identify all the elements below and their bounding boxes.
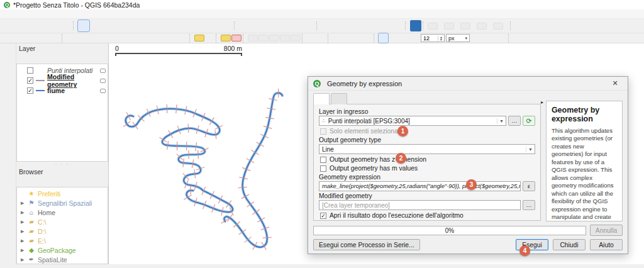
rotate-feature-icon[interactable] (3, 210, 14, 221)
zoom-out-icon[interactable] (114, 20, 125, 31)
expression-builder-button[interactable]: ε (523, 181, 535, 191)
circle-3p-icon[interactable] (3, 97, 14, 108)
toolbar-icon[interactable] (405, 21, 408, 30)
iterate-layer-button[interactable]: ⟳ (523, 116, 535, 126)
toolbar-icon[interactable] (316, 21, 319, 30)
layer-styling-icon[interactable] (19, 53, 28, 63)
output-type-combo[interactable]: Line ▾ (319, 144, 535, 154)
paste-features-icon[interactable] (158, 33, 168, 43)
data-source-manager-icon[interactable] (1, 33, 10, 43)
toolbar-icon[interactable] (280, 20, 286, 31)
toolbar-icon[interactable] (471, 20, 476, 31)
options-gear-icon[interactable] (598, 20, 609, 31)
split-features-icon[interactable] (3, 172, 14, 184)
add-raster-layer-icon[interactable] (21, 33, 30, 43)
m-values-checkbox[interactable] (320, 165, 326, 172)
zoom-to-layer-icon[interactable] (150, 20, 161, 31)
vertex-marker-icon[interactable] (389, 33, 398, 43)
toolbar-icon[interactable] (510, 21, 513, 30)
zoom-full-icon[interactable] (126, 20, 137, 31)
browser-refresh-icon[interactable] (29, 177, 38, 186)
toolbar-icon[interactable] (504, 20, 509, 31)
browser-item-c-drive[interactable]: ▶ ▰ C:\ (17, 217, 108, 226)
style-annotation-icon[interactable] (580, 20, 592, 31)
browser-item-spatialite[interactable]: ▶ ✒ SpatiaLite (17, 255, 108, 264)
zoom-in-icon[interactable] (102, 20, 113, 31)
new-layout-icon[interactable] (48, 20, 60, 31)
no-labels-icon[interactable] (231, 35, 242, 42)
identify-icon[interactable] (239, 20, 250, 31)
layer-checkbox[interactable] (27, 87, 33, 94)
reshape-icon[interactable] (3, 185, 14, 196)
refresh-icon[interactable] (221, 20, 233, 31)
pin-labels-icon[interactable] (221, 35, 231, 42)
zoom-last-icon[interactable] (162, 20, 173, 31)
help-collapse-arrow[interactable]: ▸ (541, 93, 546, 221)
expander-icon[interactable]: ▶ (21, 210, 27, 215)
toolbar-icon[interactable] (216, 34, 219, 43)
toolbar-icon[interactable] (374, 34, 377, 43)
add-vector-layer-icon[interactable] (11, 33, 20, 43)
expand-all-icon[interactable] (79, 53, 89, 63)
new-annotation-icon[interactable] (515, 20, 526, 31)
redo-icon[interactable] (179, 33, 188, 43)
browser-item-home[interactable]: ▶ ⌂ Home (17, 208, 108, 217)
label-show-hide-icon[interactable] (460, 23, 470, 30)
panel-tool-icon[interactable] (69, 53, 79, 63)
browse-input-button[interactable]: … (508, 116, 521, 126)
run-as-batch-button[interactable]: Esegui come Processo in Serie... (313, 239, 420, 250)
project-save-icon[interactable] (25, 20, 36, 31)
expander-icon[interactable]: ▶ (21, 248, 27, 253)
vertex-tool-icon[interactable] (118, 33, 128, 43)
expander-icon[interactable]: ▶ (21, 220, 27, 225)
profile-tool-icon[interactable] (353, 33, 362, 43)
toolbar-icon[interactable] (399, 20, 404, 31)
manage-themes-icon[interactable] (39, 53, 48, 63)
move-label-icon[interactable] (280, 35, 290, 42)
toolbar-icon[interactable] (302, 34, 305, 43)
toolbar-icon[interactable] (243, 34, 246, 43)
layer-diagram-icon[interactable] (205, 33, 214, 43)
select-features-icon[interactable] (269, 20, 280, 31)
chevron-down-icon[interactable]: ▾ (526, 147, 535, 152)
cad-tools-icon[interactable] (3, 59, 14, 70)
browser-item-e-drive[interactable]: ▶ ▰ E:\ (17, 236, 108, 245)
expander-icon[interactable]: ▶ (21, 229, 27, 234)
toolbar-icon[interactable] (189, 34, 192, 43)
toolbar-icon[interactable] (501, 33, 506, 43)
layer-checkbox[interactable] (27, 67, 33, 74)
annotation-icon[interactable] (387, 20, 398, 31)
collapse-all-icon[interactable] (89, 53, 99, 63)
digitize-icon[interactable] (103, 33, 112, 43)
map-tips-icon[interactable] (375, 20, 386, 31)
layer-checkbox[interactable] (27, 77, 33, 84)
toolbar-icon[interactable] (487, 20, 492, 31)
toolbar-icon[interactable] (423, 21, 426, 30)
delete-selected-icon[interactable] (128, 33, 138, 43)
circle-tool-icon[interactable] (3, 72, 14, 83)
label-move-icon[interactable] (477, 23, 487, 30)
metasearch-icon[interactable] (307, 33, 316, 43)
polygon-annotation-icon[interactable] (545, 20, 556, 31)
properties-info-icon[interactable] (59, 177, 69, 186)
layer-item-fiume[interactable]: fiume (17, 86, 108, 96)
project-new-icon[interactable] (1, 20, 12, 31)
add-mesh-layer-icon[interactable] (31, 33, 40, 43)
project-open-icon[interactable] (13, 20, 24, 31)
add-group-icon[interactable] (29, 53, 38, 63)
toggle-editing-icon[interactable] (82, 33, 92, 43)
ellipse-tool-icon[interactable] (3, 109, 14, 121)
add-selected-layers-icon[interactable] (19, 177, 28, 186)
expander-icon[interactable]: ▶ (21, 238, 27, 243)
topology-y-icon[interactable] (471, 33, 480, 43)
toolbar-icon[interactable] (369, 20, 374, 31)
change-label-icon[interactable] (291, 35, 301, 42)
identify-dis-icon[interactable] (251, 20, 262, 31)
help-contents-icon[interactable] (410, 20, 421, 31)
label-toolbar-icon[interactable] (428, 23, 438, 30)
zoom-next-icon[interactable] (174, 20, 185, 31)
save-as-icon[interactable] (36, 20, 48, 31)
advanced-digitizing-icon[interactable] (3, 47, 14, 58)
circle-2p-icon[interactable] (3, 84, 14, 96)
measure-icon[interactable] (357, 20, 369, 31)
